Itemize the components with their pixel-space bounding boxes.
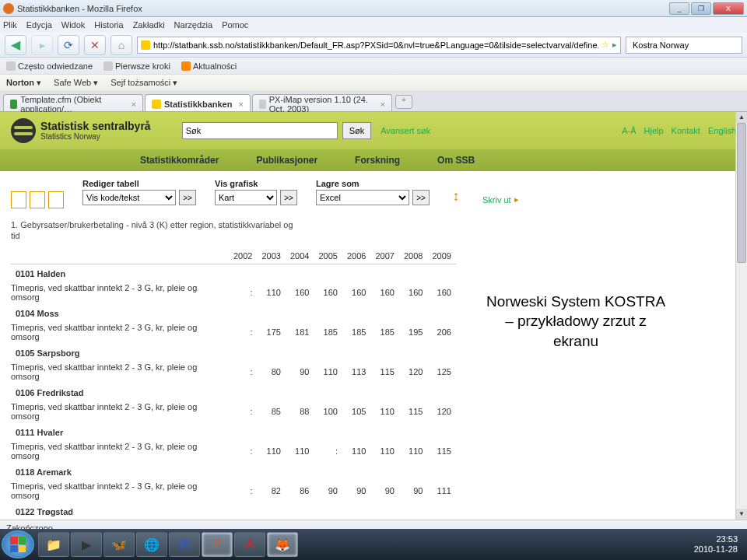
ssb-header: Statistisk sentralbyrå Statistics Norway… (0, 112, 747, 149)
go-icon[interactable]: ▸ (612, 40, 617, 50)
value-cell: 115 (370, 360, 398, 383)
graph-select[interactable]: Kart (215, 190, 277, 205)
browser-search-input[interactable] (633, 40, 740, 50)
value-cell: 110 (370, 400, 398, 423)
value-cell: 111 (427, 479, 455, 502)
menu-history[interactable]: Historia (94, 20, 123, 30)
reload-button[interactable]: ⟳ (58, 35, 79, 55)
menu-tools[interactable]: Narzędzia (174, 20, 213, 30)
save-go-button[interactable]: >> (412, 190, 430, 205)
sort-icon[interactable]: ↕ (448, 179, 464, 202)
variable-cell: Timepris, ved skattbar inntekt 2 - 3 G, … (11, 479, 229, 502)
word-icon[interactable]: W (169, 532, 200, 557)
edit-select[interactable]: Vis kode/tekst (82, 190, 176, 205)
swap-icon[interactable] (48, 191, 64, 208)
region-cell: 0106 Fredrikstad (11, 383, 456, 400)
page-icon (103, 61, 113, 71)
windows-icon (10, 537, 26, 552)
brand-line2: Statistics Norway (40, 132, 151, 141)
nav-areas[interactable]: Statistikkområder (140, 155, 219, 166)
variable-cell: Timepris, ved skattbar inntekt 2 - 3 G, … (11, 360, 229, 383)
link-contact[interactable]: Kontakt (672, 126, 700, 135)
close-icon[interactable]: × (132, 100, 136, 109)
new-tab-button[interactable]: + (395, 95, 412, 109)
nav-about[interactable]: Om SSB (437, 155, 475, 166)
advanced-search-link[interactable]: Avansert søk (381, 126, 430, 135)
page-icon (259, 100, 266, 109)
app-icon[interactable]: 🦋 (103, 532, 135, 557)
menubar: Plik Edycja Widok Historia Zakładki Narz… (0, 17, 747, 33)
tab-template[interactable]: Template.cfm (Obiekt application/…× (3, 94, 143, 111)
value-cell: 160 (314, 281, 342, 304)
graph-go-button[interactable]: >> (280, 190, 297, 205)
back-button[interactable]: ◀ (5, 35, 26, 55)
tab-pximap[interactable]: PX-iMap version 1.10 (24. Oct. 2003)× (252, 94, 392, 111)
menu-view[interactable]: Widok (61, 20, 86, 30)
menu-file[interactable]: Plik (3, 20, 17, 30)
close-icon[interactable]: × (380, 100, 384, 109)
value-cell: 130 (370, 519, 398, 520)
edit-go-button[interactable]: >> (179, 190, 196, 205)
year-header: 2009 (427, 248, 455, 264)
stop-button[interactable]: ✕ (84, 35, 106, 55)
value-cell: 160 (427, 281, 455, 304)
ssb-nav: Statistikkområder Publikasjoner Forsknin… (0, 149, 747, 171)
home-button[interactable]: ⌂ (110, 35, 132, 55)
url-input[interactable] (153, 40, 598, 50)
menu-edit[interactable]: Edycja (26, 20, 52, 30)
close-icon[interactable]: × (238, 100, 243, 109)
table-title: 1. Gebyrsatser/brukerbetaling - nivå 3 (… (0, 212, 311, 245)
browser-icon[interactable]: 🌐 (136, 532, 167, 557)
print-link[interactable]: Skriv ut ▸ (482, 179, 519, 205)
tab-statistikkbanken[interactable]: Statistikkbanken× (145, 94, 251, 111)
rotate-icon[interactable] (11, 191, 26, 208)
annotation-text: Norweski System KOSTRA – przykładowy zrz… (482, 292, 669, 352)
bookmark-frequent[interactable]: Często odwiedzane (6, 61, 93, 71)
year-header: 2006 (342, 248, 370, 264)
menu-help[interactable]: Pomoc (222, 20, 248, 30)
norton-safeweb[interactable]: Safe Web ▾ (52, 78, 98, 88)
scroll-up-icon[interactable]: ▲ (736, 112, 747, 123)
value-cell: 140 (427, 519, 455, 520)
header-links: A-Å Hjelp Kontakt English (622, 126, 736, 135)
url-bar[interactable]: ☆ ▸ (137, 37, 621, 54)
maximize-button[interactable]: ❐ (691, 2, 711, 15)
value-cell: 110 (399, 439, 427, 463)
bookmark-news[interactable]: Aktualności (181, 61, 237, 71)
value-cell: 135 (399, 519, 427, 520)
value-cell: 88 (286, 400, 314, 423)
value-cell: 185 (342, 320, 370, 344)
value-cell: 80 (257, 360, 285, 383)
nav-research[interactable]: Forskning (355, 155, 400, 166)
save-select[interactable]: Excel (316, 190, 409, 205)
forward-button[interactable]: ▸ (31, 35, 53, 55)
scroll-down-icon[interactable]: ▼ (736, 509, 747, 520)
norton-label[interactable]: Norton ▾ (6, 78, 41, 88)
mediaplayer-icon[interactable]: ▶ (71, 532, 102, 557)
start-button[interactable] (2, 530, 34, 558)
bookmark-star-icon[interactable]: ☆ (601, 40, 609, 50)
norton-vault[interactable]: Sejf tożsamości ▾ (109, 78, 177, 88)
ssb-mark-icon (11, 118, 36, 143)
close-button[interactable]: X (713, 2, 744, 15)
adobe-icon[interactable]: A (234, 532, 265, 557)
browser-search[interactable] (626, 37, 742, 54)
link-help[interactable]: Hjelp (644, 126, 664, 135)
system-clock[interactable]: 23:53 2010-11-28 (686, 534, 745, 555)
site-search-button[interactable]: Søk (342, 122, 372, 139)
bookmark-firststeps[interactable]: Pierwsze kroki (103, 61, 170, 71)
menu-bookmarks[interactable]: Zakładki (133, 20, 165, 30)
pivot-icon[interactable] (30, 191, 45, 208)
minimize-button[interactable]: _ (669, 2, 689, 15)
link-aa[interactable]: A-Å (622, 126, 636, 135)
explorer-icon[interactable]: 📁 (38, 532, 69, 557)
nav-publications[interactable]: Publikasjoner (256, 155, 317, 166)
powerpoint-icon[interactable]: P (202, 532, 233, 557)
site-search-input[interactable] (182, 122, 338, 139)
value-cell: 110 (286, 439, 314, 463)
firefox-taskbar-icon[interactable]: 🦊 (267, 532, 298, 557)
link-english[interactable]: English (708, 126, 736, 135)
scroll-thumb[interactable] (737, 123, 746, 263)
ssb-logo[interactable]: Statistisk sentralbyrå Statistics Norway (11, 118, 151, 143)
vertical-scrollbar[interactable]: ▲ ▼ (735, 112, 747, 520)
